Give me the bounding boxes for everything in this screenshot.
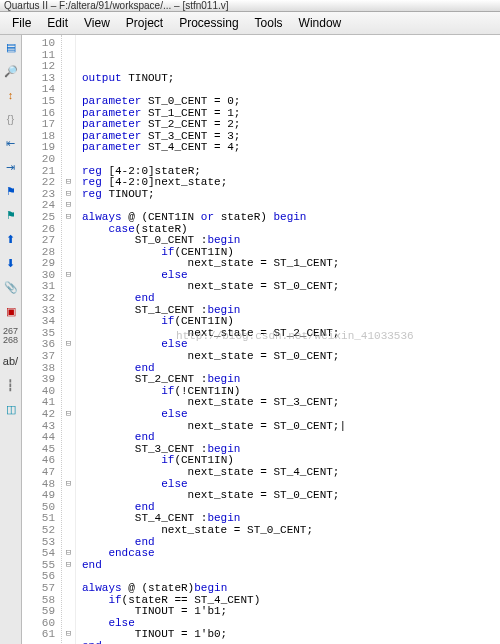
- fold-marker: [62, 513, 75, 525]
- fold-marker[interactable]: ⊟: [62, 200, 75, 212]
- fold-marker[interactable]: ⊟: [62, 560, 75, 572]
- line-number: 32: [22, 293, 55, 305]
- fold-marker[interactable]: ⊟: [62, 339, 75, 351]
- line-number: 25: [22, 212, 55, 224]
- code-line[interactable]: end: [82, 560, 500, 572]
- line-number: 42: [22, 409, 55, 421]
- line-number-gutter: 1011121314151617181920212223242526272829…: [22, 35, 62, 644]
- work-area: ▤ 🔎 ↕ {} ⇤ ⇥ ⚑ ⚑ ⬆ ⬇ 📎 ▣ 267 268 ab/ ┇ ◫…: [0, 35, 500, 644]
- menu-edit[interactable]: Edit: [39, 14, 76, 32]
- tool-icon-1[interactable]: {}: [3, 111, 19, 127]
- tool-icon-2[interactable]: ┇: [3, 377, 19, 393]
- fold-marker: [62, 502, 75, 514]
- fold-marker: [62, 525, 75, 537]
- line-number: 61: [22, 629, 55, 641]
- fold-marker: [62, 293, 75, 305]
- fold-marker: [62, 73, 75, 85]
- fold-marker[interactable]: ⊟: [62, 629, 75, 641]
- code-line[interactable]: next_state = ST_4_CENT;: [82, 467, 500, 479]
- fold-marker[interactable]: ⊟: [62, 409, 75, 421]
- code-line[interactable]: reg TINOUT;: [82, 189, 500, 201]
- code-line[interactable]: ST_0_CENT :begin: [82, 235, 500, 247]
- fold-marker[interactable]: ⊟: [62, 177, 75, 189]
- fold-marker: [62, 374, 75, 386]
- page-icon[interactable]: ▤: [3, 39, 19, 55]
- fold-marker: [62, 235, 75, 247]
- indent-left-icon[interactable]: ⇤: [3, 135, 19, 151]
- line-number: 15: [22, 96, 55, 108]
- titlebar: Quartus II – F:/altera/91/workspace/... …: [0, 0, 500, 12]
- code-editor[interactable]: 1011121314151617181920212223242526272829…: [22, 35, 500, 644]
- fold-marker: [62, 397, 75, 409]
- binoculars-icon[interactable]: 🔎: [3, 63, 19, 79]
- fold-marker: [62, 421, 75, 433]
- line-number: 47: [22, 467, 55, 479]
- code-line[interactable]: TINOUT = 1'b0;: [82, 629, 500, 641]
- title-text: Quartus II – F:/altera/91/workspace/... …: [4, 0, 229, 11]
- code-line[interactable]: parameter ST_2_CENT = 2;: [82, 119, 500, 131]
- fold-marker: [62, 61, 75, 73]
- fold-marker: [62, 96, 75, 108]
- line-number: 17: [22, 119, 55, 131]
- fold-marker: [62, 281, 75, 293]
- fold-marker: [62, 583, 75, 595]
- fold-marker[interactable]: ⊟: [62, 548, 75, 560]
- code-line[interactable]: parameter ST_0_CENT = 0;: [82, 96, 500, 108]
- tool-icon-3[interactable]: ◫: [3, 401, 19, 417]
- code-line[interactable]: output TINOUT;: [82, 73, 500, 85]
- code-area[interactable]: http://blog.csdn.net/weixin_41033536 out…: [76, 35, 500, 644]
- ab-icon[interactable]: ab/: [3, 353, 19, 369]
- fold-marker: [62, 328, 75, 340]
- fold-marker: [62, 84, 75, 96]
- menu-view[interactable]: View: [76, 14, 118, 32]
- code-line[interactable]: else: [82, 409, 500, 421]
- doc-red-icon[interactable]: ▣: [3, 303, 19, 319]
- menu-file[interactable]: File: [4, 14, 39, 32]
- fold-marker: [62, 537, 75, 549]
- indent-right-icon[interactable]: ⇥: [3, 159, 19, 175]
- line-number: 20: [22, 154, 55, 166]
- fold-marker: [62, 142, 75, 154]
- flag-down-icon[interactable]: ⬇: [3, 255, 19, 271]
- code-line[interactable]: reg [4-2:0]next_state;: [82, 177, 500, 189]
- fold-marker: [62, 50, 75, 62]
- code-line[interactable]: always @ (CENT1IN or stateR) begin: [82, 212, 500, 224]
- fold-marker: [62, 108, 75, 120]
- fold-marker[interactable]: ⊟: [62, 189, 75, 201]
- menu-window[interactable]: Window: [291, 14, 350, 32]
- fold-marker: [62, 131, 75, 143]
- fold-marker[interactable]: ⊟: [62, 212, 75, 224]
- code-line[interactable]: always @ (stateR)begin: [82, 583, 500, 595]
- flag-blue-icon[interactable]: ⚑: [3, 183, 19, 199]
- flag-teal-icon[interactable]: ⚑: [3, 207, 19, 223]
- fold-marker: [62, 224, 75, 236]
- linecol-indicator: 267 268: [3, 327, 18, 345]
- menu-tools[interactable]: Tools: [247, 14, 291, 32]
- fold-marker[interactable]: ⊟: [62, 479, 75, 491]
- line-number: 37: [22, 351, 55, 363]
- code-line[interactable]: parameter ST_4_CENT = 4;: [82, 142, 500, 154]
- fold-marker: [62, 571, 75, 583]
- code-line[interactable]: TINOUT = 1'b1;: [82, 606, 500, 618]
- fold-marker[interactable]: ⊟: [62, 270, 75, 282]
- code-line[interactable]: end: [82, 293, 500, 305]
- line-number: 59: [22, 606, 55, 618]
- line-number: 10: [22, 38, 55, 50]
- code-line[interactable]: endcase: [82, 548, 500, 560]
- fold-marker: [62, 595, 75, 607]
- menu-project[interactable]: Project: [118, 14, 171, 32]
- flag-up-icon[interactable]: ⬆: [3, 231, 19, 247]
- menu-processing[interactable]: Processing: [171, 14, 246, 32]
- clip-icon[interactable]: 📎: [3, 279, 19, 295]
- tool-strip: ▤ 🔎 ↕ {} ⇤ ⇥ ⚑ ⚑ ⬆ ⬇ 📎 ▣ 267 268 ab/ ┇ ◫: [0, 35, 22, 644]
- fold-marker: [62, 444, 75, 456]
- code-line[interactable]: [82, 154, 500, 166]
- fold-marker: [62, 467, 75, 479]
- replace-icon[interactable]: ↕: [3, 87, 19, 103]
- line-number: 52: [22, 525, 55, 537]
- line-number: 57: [22, 583, 55, 595]
- fold-marker: [62, 606, 75, 618]
- fold-marker: [62, 363, 75, 375]
- fold-marker: [62, 386, 75, 398]
- fold-gutter[interactable]: ⊟⊟⊟⊟⊟⊟⊟⊟⊟⊟⊟: [62, 35, 76, 644]
